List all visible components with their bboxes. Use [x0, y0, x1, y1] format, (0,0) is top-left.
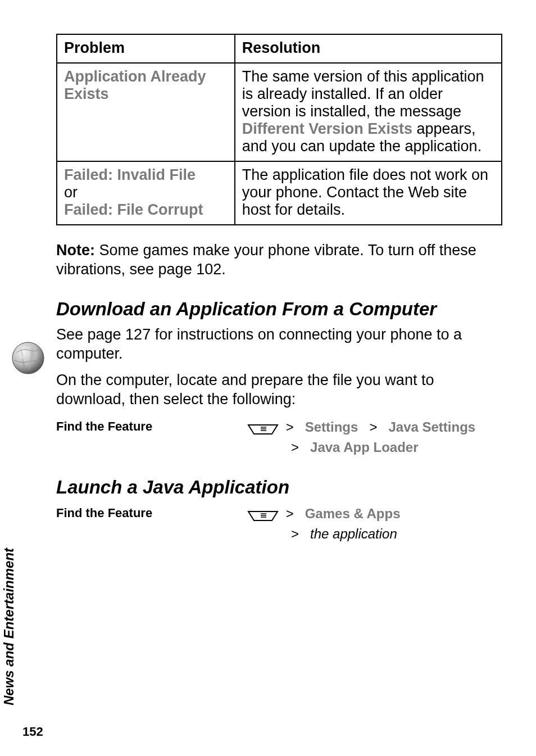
path-settings: Settings	[305, 419, 358, 434]
path-the-application: the application	[310, 526, 397, 541]
table-header-row: Problem Resolution	[57, 34, 502, 63]
resolution-pre: The same version of this application is …	[242, 68, 484, 120]
gt: >	[286, 419, 294, 434]
menu-key-icon	[247, 422, 279, 435]
feature-path: > Settings > Java Settings > Java App Lo…	[247, 417, 502, 458]
problem-text: Application Already Exists	[64, 68, 206, 102]
cell-problem: Application Already Exists	[57, 63, 235, 161]
path-games-apps: Games & Apps	[305, 506, 401, 521]
problem-text-1: Failed: Invalid File	[64, 166, 196, 183]
gt: >	[291, 526, 299, 541]
page-number: 152	[22, 725, 43, 739]
gt: >	[369, 419, 377, 434]
cell-resolution: The application file does not work on yo…	[235, 161, 502, 225]
cell-resolution: The same version of this application is …	[235, 63, 502, 161]
table-row: Application Already Exists The same vers…	[57, 63, 502, 161]
feature-label: Find the Feature	[56, 504, 247, 520]
path-java-app-loader: Java App Loader	[310, 440, 419, 455]
feature-label: Find the Feature	[56, 417, 247, 434]
heading-download-app: Download an Application From a Computer	[56, 298, 502, 320]
problem-text-2: Failed: File Corrupt	[64, 201, 203, 218]
side-section-label: News and Entertainment	[1, 548, 17, 705]
find-the-feature-2: Find the Feature > Games & Apps > the ap…	[56, 504, 502, 544]
para-locate-file: On the computer, locate and prepare the …	[56, 371, 502, 409]
heading-launch-java: Launch a Java Application	[56, 477, 502, 498]
cell-problem: Failed: Invalid File or Failed: File Cor…	[57, 161, 235, 225]
problem-or: or	[64, 184, 78, 201]
page: Problem Resolution Application Already E…	[0, 0, 536, 756]
menu-key-icon	[247, 508, 279, 522]
gt: >	[286, 506, 294, 521]
col-header-problem: Problem	[57, 34, 235, 63]
note-paragraph: Note: Some games make your phone vibrate…	[56, 241, 502, 279]
note-label: Note:	[56, 242, 95, 259]
path-java-settings: Java Settings	[388, 419, 475, 434]
resolution-text: The application file does not work on yo…	[242, 166, 488, 218]
find-the-feature-1: Find the Feature > Settings > Java Setti…	[56, 417, 502, 458]
svg-point-6	[12, 342, 44, 374]
problems-table: Problem Resolution Application Already E…	[56, 34, 502, 225]
note-text: Some games make your phone vibrate. To t…	[56, 242, 476, 278]
feature-path: > Games & Apps > the application	[247, 504, 502, 544]
globe-icon	[10, 340, 46, 376]
table-row: Failed: Invalid File or Failed: File Cor…	[57, 161, 502, 225]
para-see-page-127: See page 127 for instructions on connect…	[56, 325, 502, 364]
resolution-highlight: Different Version Exists	[242, 120, 412, 137]
gt: >	[291, 440, 299, 455]
col-header-resolution: Resolution	[235, 34, 502, 63]
